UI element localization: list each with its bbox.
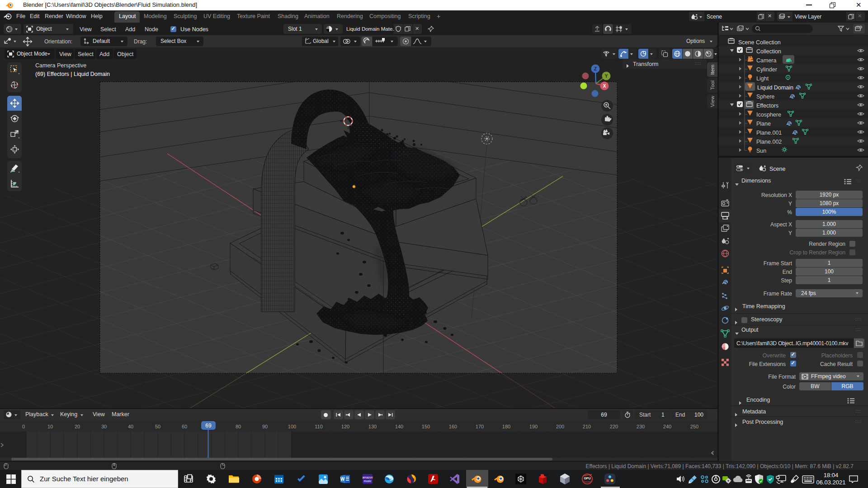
svg-text:130: 130 [368,424,377,429]
svg-text:230: 230 [637,424,645,429]
svg-text:Camera: Camera [756,57,777,64]
svg-text:150: 150 [422,424,430,429]
svg-text:50: 50 [155,424,160,429]
svg-text:Effectors: Effectors [756,103,778,109]
svg-text:Collection: Collection [756,48,781,55]
svg-text:140: 140 [395,424,403,429]
svg-text:80: 80 [236,424,241,429]
svg-text:Plane.002: Plane.002 [756,139,782,145]
svg-text:Plane: Plane [756,121,771,127]
svg-text:music: music [364,479,372,483]
svg-text:TweakII: TweakII [583,480,591,483]
svg-text:Sphere: Sphere [756,94,774,100]
svg-text:Scene Collection: Scene Collection [738,39,781,46]
svg-text:Icosphere: Icosphere [756,112,781,118]
svg-text:90: 90 [262,424,268,429]
svg-text:40: 40 [128,424,133,429]
svg-text:Sun: Sun [756,148,766,154]
svg-text:210: 210 [583,424,591,429]
svg-text:10: 10 [47,424,53,429]
svg-text:180: 180 [502,424,510,429]
svg-text:Light: Light [756,75,769,82]
svg-text:Plane.001: Plane.001 [756,130,782,136]
svg-text:160: 160 [449,424,457,429]
svg-text:30: 30 [101,424,107,429]
svg-text:69: 69 [205,422,212,429]
svg-text:GPU: GPU [584,477,590,480]
svg-text:200: 200 [556,424,564,429]
svg-text:Cylinder: Cylinder [756,66,777,73]
svg-text:W: W [340,477,345,482]
svg-text:120: 120 [341,424,349,429]
svg-text:20: 20 [75,424,80,429]
svg-text:amazon: amazon [362,476,373,479]
svg-text:250: 250 [690,424,698,429]
svg-text:110: 110 [315,424,323,429]
svg-text:190: 190 [529,424,538,429]
svg-text:Liquid Domain: Liquid Domain [757,84,793,91]
svg-text:Y: Y [605,74,608,79]
svg-text:0: 0 [22,424,25,429]
svg-text:170: 170 [476,424,484,429]
svg-text:60: 60 [182,424,187,429]
svg-text:Z: Z [594,66,597,71]
svg-text:240: 240 [663,424,671,429]
svg-text:100: 100 [288,424,296,429]
svg-text:X: X [603,84,606,89]
svg-text:220: 220 [610,424,618,429]
